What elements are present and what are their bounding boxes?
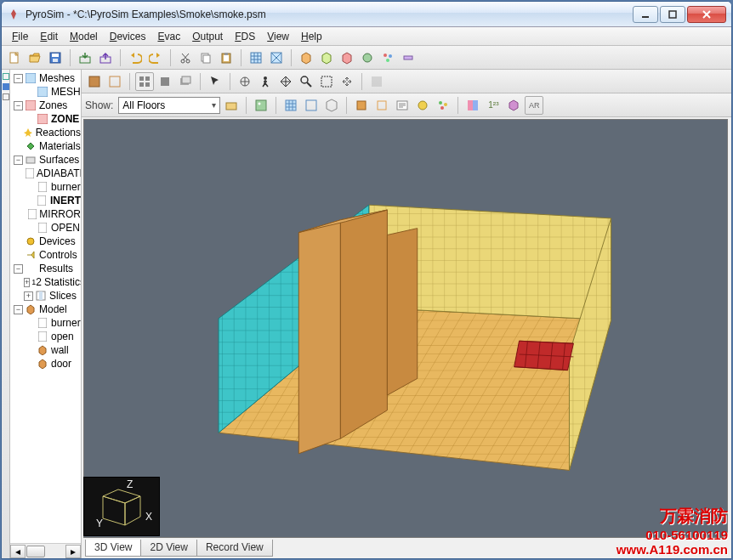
import-button[interactable] (76, 48, 94, 67)
mesh-tool2[interactable] (267, 48, 286, 67)
menu-model[interactable]: Model (65, 29, 103, 44)
tree-model-item[interactable]: door (12, 357, 81, 371)
paste-button[interactable] (217, 48, 236, 67)
walk-tool[interactable] (256, 72, 275, 91)
device-tool[interactable] (358, 48, 377, 67)
show-mesh-outline-button[interactable] (302, 96, 321, 115)
menu-view[interactable]: View (262, 29, 294, 44)
select-tool[interactable] (206, 72, 224, 91)
floor-edit-button[interactable] (222, 96, 241, 115)
tree-meshes[interactable]: −Meshes (12, 71, 81, 85)
show-obst-button[interactable] (352, 96, 371, 115)
strip-icon[interactable] (3, 73, 9, 80)
box-tool[interactable] (297, 48, 315, 67)
tree-materials[interactable]: Materials (12, 139, 81, 153)
menu-fds[interactable]: FDS (230, 29, 260, 44)
tree-slices[interactable]: +Slices (12, 289, 81, 303)
floor-combo[interactable]: All Floors (118, 97, 220, 114)
show-particles-button[interactable] (434, 96, 452, 115)
close-button[interactable] (687, 6, 726, 23)
tree-surf-item[interactable]: INERT (12, 194, 81, 207)
menu-edit[interactable]: Edit (35, 29, 63, 44)
vent-tool[interactable] (338, 48, 356, 67)
strip-icon[interactable] (3, 83, 9, 90)
new-button[interactable] (5, 48, 24, 67)
export-button[interactable] (96, 48, 115, 67)
pan-tool[interactable] (276, 72, 295, 91)
maximize-button[interactable] (660, 6, 685, 23)
show-slices-button[interactable] (463, 96, 482, 115)
tree-reactions[interactable]: Reactions (12, 126, 81, 139)
menu-file[interactable]: File (7, 29, 33, 44)
copy-button[interactable] (196, 48, 215, 67)
tree-zones[interactable]: −Zones (12, 99, 81, 112)
view-solid-button[interactable] (85, 72, 104, 91)
tree-model[interactable]: −Model (12, 303, 81, 316)
undo-button[interactable] (126, 48, 145, 67)
tree-model-item[interactable]: wall (12, 343, 81, 357)
show-labels-button[interactable] (393, 96, 412, 115)
cut-button[interactable] (176, 48, 195, 67)
title-bar[interactable]: PyroSim - *C:\PyroSim Examples\Smoke\smo… (2, 2, 731, 27)
tree-controls[interactable]: Controls (12, 248, 81, 262)
svg-rect-55 (256, 100, 266, 110)
show-devices-button[interactable] (413, 96, 432, 115)
fit-tool[interactable] (338, 72, 356, 91)
scroll-left-button[interactable]: ◂ (10, 545, 26, 558)
redo-button[interactable] (146, 48, 165, 67)
minimize-button[interactable] (633, 6, 658, 23)
surface-icon (26, 167, 34, 179)
tree-model-item[interactable]: burner (12, 316, 81, 330)
menu-evac[interactable]: Evac (152, 29, 185, 44)
tree-devices[interactable]: Devices (12, 235, 81, 248)
tree-surf-item[interactable]: OPEN (12, 221, 81, 235)
svg-rect-44 (145, 82, 150, 87)
tree-zone-item[interactable]: ZONE (12, 112, 81, 126)
orbit-tool[interactable] (236, 72, 254, 91)
nav-tree[interactable]: −Meshes MESH −Zones ZONE Reactions Mater… (10, 70, 81, 543)
show-stats-button[interactable]: 1²³ (484, 96, 503, 115)
bg-image-button[interactable] (252, 96, 270, 115)
tab-record-view[interactable]: Record View (196, 540, 273, 557)
scroll-right-button[interactable]: ▸ (65, 545, 81, 558)
open-button[interactable] (26, 48, 44, 67)
tree-surf-item[interactable]: MIRROR (12, 207, 81, 221)
show-boundary-button[interactable] (322, 96, 341, 115)
grid-tool[interactable] (367, 72, 386, 91)
menu-output[interactable]: Output (187, 29, 228, 44)
tree-model-item[interactable]: open (12, 330, 81, 343)
orientation-cube[interactable]: X Y Z (83, 477, 160, 536)
viewport-3d[interactable] (83, 119, 728, 538)
strip-icon[interactable] (3, 93, 9, 100)
view-wire-button[interactable] (105, 72, 124, 91)
particle-tool[interactable] (378, 48, 397, 67)
hvac-tool[interactable] (399, 48, 418, 67)
group-button[interactable] (135, 72, 154, 91)
scroll-thumb[interactable] (26, 546, 45, 557)
tree-mesh-item[interactable]: MESH (12, 85, 81, 99)
tree-results[interactable]: −Results (12, 262, 81, 275)
svg-rect-1 (669, 11, 676, 18)
tree-surfaces[interactable]: −Surfaces (12, 153, 81, 167)
tree-surf-item[interactable]: burner (12, 180, 81, 194)
save-button[interactable] (46, 48, 65, 67)
menu-help[interactable]: Help (296, 29, 327, 44)
zoom-box-tool[interactable] (317, 72, 336, 91)
zoom-tool[interactable] (297, 72, 315, 91)
svg-marker-76 (298, 220, 340, 454)
show-mesh-button[interactable] (281, 96, 300, 115)
tab-3d-view[interactable]: 3D View (85, 540, 141, 557)
hole-tool[interactable] (317, 48, 336, 67)
tree-hscroll[interactable]: ◂ ▸ (10, 543, 81, 558)
single-button[interactable] (156, 72, 174, 91)
menu-devices[interactable]: Devices (105, 29, 151, 44)
svg-point-62 (418, 101, 427, 110)
ar-button[interactable]: AR (525, 96, 543, 115)
show-iso-button[interactable] (504, 96, 523, 115)
tree-statistics[interactable]: +12Statistics (12, 275, 81, 289)
tree-surf-item[interactable]: ADIABATIC (12, 167, 81, 180)
tab-2d-view[interactable]: 2D View (140, 540, 196, 557)
show-obst-outline-button[interactable] (372, 96, 391, 115)
mesh-tool[interactable] (247, 48, 265, 67)
layers-button[interactable] (176, 72, 195, 91)
